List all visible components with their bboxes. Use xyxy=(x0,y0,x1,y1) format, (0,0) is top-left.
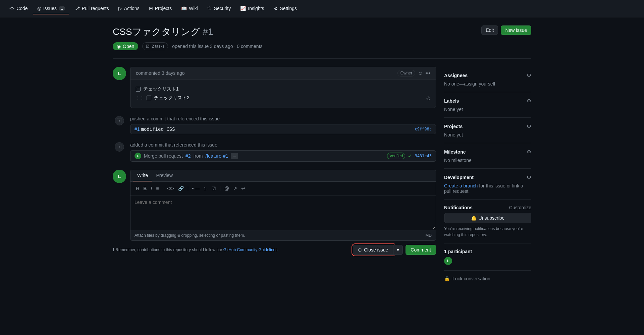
labels-gear-icon[interactable]: ⚙ xyxy=(527,98,531,104)
toolbar-number-list[interactable]: 1. xyxy=(202,184,209,192)
nav-code-label: Code xyxy=(16,6,28,11)
toolbar-undo[interactable]: ↩ xyxy=(240,184,247,192)
comment-button[interactable]: Comment xyxy=(406,245,436,255)
development-title: Development xyxy=(444,175,474,180)
write-footer: Attach files by dragging & dropping, sel… xyxy=(130,230,436,240)
toolbar-list-unordered[interactable]: ≡ xyxy=(155,184,160,192)
nav-settings[interactable]: ⚙ Settings xyxy=(270,3,301,14)
merge-text1: Merge pull request xyxy=(144,153,183,159)
toolbar-italic[interactable]: I xyxy=(149,184,153,192)
toolbar-link[interactable]: 🔗 xyxy=(177,184,185,192)
drag-handle-icon[interactable]: ⋮⋮ xyxy=(136,96,144,100)
assignees-gear-icon[interactable]: ⚙ xyxy=(527,72,531,78)
wiki-icon: 📖 xyxy=(181,6,187,11)
sidebar-section-development: Development ⚙ Create a branch for this i… xyxy=(444,169,531,200)
create-branch-link[interactable]: Create a branch xyxy=(444,183,478,188)
participant-avatar-1: L xyxy=(444,257,452,265)
comment-box: commented 3 days ago Owner ☺ ••• xyxy=(130,67,436,108)
customize-link[interactable]: Customize xyxy=(509,205,531,210)
toolbar-task-list[interactable]: ☑ xyxy=(210,184,217,192)
timeline-event-push2: ↑ added a commit that referenced this is… xyxy=(113,139,436,164)
commit-link-1[interactable]: #1 xyxy=(135,126,140,132)
projects-gear-icon[interactable]: ⚙ xyxy=(527,123,531,129)
sidebar-projects-header: Projects ⚙ xyxy=(444,123,531,129)
commit-hash-2[interactable]: 9481c43 xyxy=(415,154,432,158)
content-layout: L commented 3 days ago Owner ☺ ••• xyxy=(113,67,531,281)
sidebar-section-notifications: Notifications Customize 🔔 Unsubscribe Yo… xyxy=(444,200,531,243)
milestone-title: Milestone xyxy=(444,149,466,155)
toolbar-sep-2 xyxy=(188,186,188,191)
merge-text2: from xyxy=(194,153,203,159)
projects-title: Projects xyxy=(444,124,463,129)
toolbar-ref[interactable]: ↗ xyxy=(232,184,238,192)
bell-icon: 🔔 xyxy=(471,215,477,221)
nav-actions[interactable]: ▷ Actions xyxy=(114,3,144,14)
owner-badge: Owner xyxy=(397,70,415,76)
main-column: L commented 3 days ago Owner ☺ ••• xyxy=(113,67,436,281)
issues-icon: ◎ xyxy=(37,6,41,11)
verified-badge: Verified xyxy=(387,153,405,159)
event-main-text-2: added a commit that referenced this issu… xyxy=(130,142,436,148)
toolbar-code[interactable]: </> xyxy=(166,184,175,192)
commit-text-modified: modified CSS xyxy=(141,126,175,132)
edit-button[interactable]: Edit xyxy=(481,25,498,35)
guidelines-link[interactable]: GitHub Community Guidelines xyxy=(223,247,277,252)
lock-conversation[interactable]: 🔒 Lock conversation xyxy=(444,271,531,281)
actions-icon: ▷ xyxy=(118,6,122,11)
sidebar-section-milestone: Milestone ⚙ No milestone xyxy=(444,143,531,169)
chevron-down-icon: ▾ xyxy=(397,247,399,253)
issue-meta: ◉ Open ☑ 2 tasks opened this issue 3 day… xyxy=(113,42,531,50)
nav-pull-requests[interactable]: ⎇ Pull requests xyxy=(70,3,113,14)
labels-value: None yet xyxy=(444,107,531,112)
development-gear-icon[interactable]: ⚙ xyxy=(527,174,531,180)
code-icon: <> xyxy=(9,6,14,11)
development-value: Create a branch for this issue or link a… xyxy=(444,183,531,194)
close-issue-button[interactable]: ⊙ Close issue xyxy=(353,245,393,255)
timeline: L commented 3 days ago Owner ☺ ••• xyxy=(113,67,436,259)
tab-preview[interactable]: Preview xyxy=(152,170,177,181)
nav-issues[interactable]: ◎ Issues 1 xyxy=(33,3,69,14)
checkmark-icon: ✓ xyxy=(408,153,412,159)
event-content-2: added a commit that referenced this issu… xyxy=(130,142,436,162)
projects-icon: ⊞ xyxy=(149,6,153,11)
nav-wiki[interactable]: 📖 Wiki xyxy=(177,3,202,14)
toolbar-bold[interactable]: B xyxy=(142,184,148,192)
more-icon[interactable]: ••• xyxy=(425,70,430,76)
nav-issues-label: Issues xyxy=(43,6,57,11)
push-icon-1: ↑ xyxy=(115,116,124,125)
comment-timestamp: commented 3 days ago xyxy=(136,70,185,76)
milestone-value: No milestone xyxy=(444,158,531,163)
sidebar-column: Assignees ⚙ No one—assign yourself Label… xyxy=(444,67,531,281)
divider xyxy=(113,58,531,59)
checklist-text-2: チェックリスト2 xyxy=(154,95,190,101)
participants-list: L xyxy=(444,257,531,265)
toolbar-bullet-list[interactable]: • — xyxy=(191,184,201,192)
push-icon-2: ↑ xyxy=(115,142,124,152)
checklist-text-1: チェックリスト1 xyxy=(143,86,179,92)
lock-icon: 🔒 xyxy=(444,276,450,281)
tab-write[interactable]: Write xyxy=(133,170,152,181)
new-issue-button[interactable]: New issue xyxy=(501,25,531,35)
issue-header: CSSファクタリング #1 Edit New issue xyxy=(113,25,531,38)
close-dropdown-button[interactable]: ▾ xyxy=(393,245,403,255)
nav-code[interactable]: <> Code xyxy=(5,3,32,14)
nav-insights[interactable]: 📈 Insights xyxy=(236,3,268,14)
checkbox-icon-1[interactable] xyxy=(136,87,141,92)
page-container: CSSファクタリング #1 Edit New issue ◉ Open ☑ 2 … xyxy=(107,17,537,289)
comment-textarea[interactable] xyxy=(130,196,436,229)
commit-hash-1[interactable]: c9ff98c xyxy=(415,127,432,131)
nav-projects[interactable]: ⊞ Projects xyxy=(145,3,176,14)
merge-pr-link[interactable]: #2 xyxy=(185,153,191,159)
write-tabs: Write Preview xyxy=(130,170,436,182)
emoji-icon[interactable]: ☺ xyxy=(418,70,423,76)
nav-security[interactable]: 🛡 Security xyxy=(203,3,235,14)
sidebar-section-assignees: Assignees ⚙ No one—assign yourself xyxy=(444,67,531,92)
merge-branch-link[interactable]: /feature-#1 xyxy=(206,153,228,159)
unsubscribe-button[interactable]: 🔔 Unsubscribe xyxy=(444,213,531,223)
comment-header-left: commented 3 days ago xyxy=(136,70,185,76)
toolbar-heading[interactable]: H xyxy=(135,184,141,192)
milestone-gear-icon[interactable]: ⚙ xyxy=(527,149,531,155)
tasks-icon: ☑ xyxy=(146,44,150,49)
checkbox-icon-2[interactable] xyxy=(147,96,151,100)
toolbar-mention[interactable]: @ xyxy=(223,184,230,192)
